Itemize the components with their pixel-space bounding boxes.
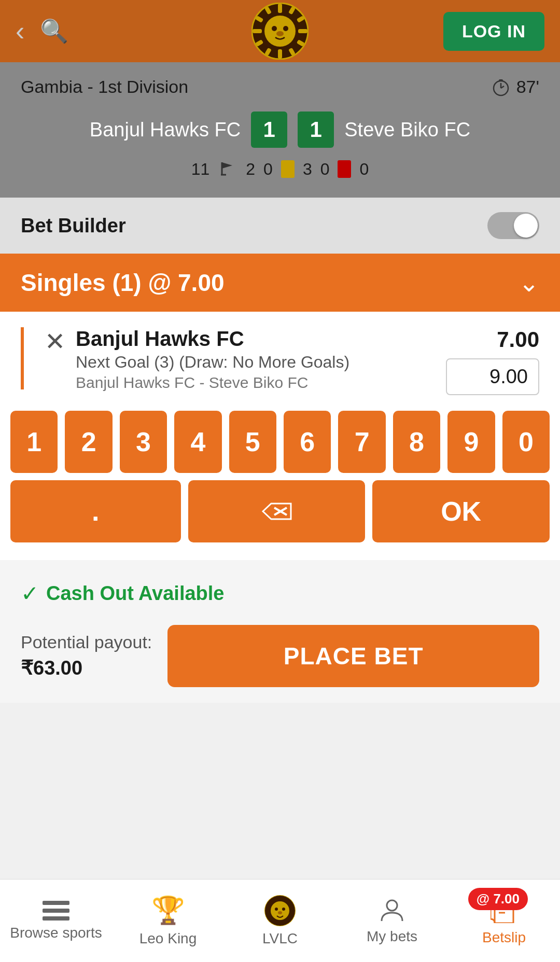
my-bets-icon <box>379 897 405 924</box>
browse-sports-icon-line2 <box>43 909 69 913</box>
bet-team: Banjul Hawks FC <box>76 327 436 351</box>
backspace-icon <box>261 501 292 522</box>
corner-flag-icon <box>218 159 237 179</box>
app-header: ‹ 🔍 <box>0 0 560 62</box>
key-0-button[interactable]: 0 <box>502 411 550 473</box>
svg-point-31 <box>278 911 282 914</box>
browse-sports-label: Browse sports <box>10 925 102 941</box>
cash-out-row: ✓ Cash Out Available <box>21 581 539 606</box>
leo-king-icon: 🏆 <box>151 895 185 926</box>
match-time-value: 87' <box>516 77 539 97</box>
bet-market: Next Goal (3) (Draw: No More Goals) <box>76 353 436 372</box>
timer-icon <box>492 78 510 96</box>
svg-point-30 <box>282 908 285 911</box>
bottom-section: ✓ Cash Out Available Potential payout: ₹… <box>0 560 560 703</box>
svg-rect-10 <box>253 29 262 33</box>
home-yellow-cards: 0 <box>263 160 273 179</box>
brand-logo <box>251 3 309 60</box>
bet-item-divider <box>21 327 24 389</box>
nav-lvlc[interactable]: LVLC <box>224 880 336 962</box>
payout-amount: ₹63.00 <box>21 657 82 679</box>
bet-builder-label: Bet Builder <box>21 215 126 237</box>
bet-odds-value: 7.00 <box>497 327 539 352</box>
match-time: 87' <box>492 77 539 97</box>
toggle-knob <box>514 214 538 238</box>
away-score: 1 <box>298 111 334 148</box>
key-5-button[interactable]: 5 <box>229 411 276 473</box>
stake-input[interactable] <box>446 358 539 395</box>
chevron-down-icon: ⌄ <box>519 268 539 297</box>
home-team-name: Banjul Hawks FC <box>90 119 241 141</box>
place-bet-button[interactable]: PLACE BET <box>167 625 539 687</box>
key-2-button[interactable]: 2 <box>65 411 112 473</box>
svg-rect-7 <box>278 49 282 59</box>
svg-point-14 <box>272 26 277 31</box>
browse-sports-icon-line3 <box>43 916 69 921</box>
cash-out-icon: ✓ <box>21 581 39 606</box>
home-corners: 11 <box>191 160 210 179</box>
my-bets-label: My bets <box>367 928 417 945</box>
svg-point-16 <box>276 31 284 36</box>
singles-header[interactable]: Singles (1) @ 7.00 ⌄ <box>0 254 560 312</box>
svg-point-29 <box>275 908 278 911</box>
lvlc-icon <box>264 895 296 926</box>
svg-point-15 <box>283 26 288 31</box>
payout-row: Potential payout: ₹63.00 PLACE BET <box>21 625 539 687</box>
score-row: Banjul Hawks FC 1 1 Steve Biko FC <box>21 111 539 148</box>
key-1-button[interactable]: 1 <box>10 411 58 473</box>
key-4-button[interactable]: 4 <box>174 411 221 473</box>
away-team-name: Steve Biko FC <box>344 119 470 141</box>
cash-out-label: Cash Out Available <box>46 582 225 605</box>
key-3-button[interactable]: 3 <box>120 411 167 473</box>
nav-leo-king[interactable]: 🏆 Leo King <box>112 880 224 962</box>
back-icon[interactable]: ‹ <box>16 16 24 47</box>
bet-details: Banjul Hawks FC Next Goal (3) (Draw: No … <box>76 327 436 392</box>
nav-browse-sports[interactable]: Browse sports <box>0 880 112 962</box>
key-ok-button[interactable]: OK <box>372 480 550 542</box>
yellow-card-icon <box>281 160 295 178</box>
nav-my-bets[interactable]: My bets <box>336 880 448 962</box>
key-dot-button[interactable]: . <box>10 480 181 542</box>
red-card-icon <box>338 160 351 178</box>
key-backspace-button[interactable] <box>188 480 366 542</box>
match-header: Gambia - 1st Division 87' <box>21 77 539 97</box>
payout-label: Potential payout: ₹63.00 <box>21 630 152 682</box>
bottom-nav: Browse sports 🏆 Leo King LVLC My bets <box>0 879 560 962</box>
league-name: Gambia - 1st Division <box>21 77 188 97</box>
key-8-button[interactable]: 8 <box>393 411 440 473</box>
bet-builder-toggle[interactable] <box>487 212 539 239</box>
browse-sports-icon-line1 <box>43 901 69 905</box>
home-fouls: 2 <box>246 160 255 179</box>
svg-rect-20 <box>499 79 503 81</box>
home-score: 1 <box>251 111 287 148</box>
search-icon[interactable]: 🔍 <box>40 18 68 45</box>
keypad-action-row: . OK <box>10 480 550 542</box>
betslip-label: Betslip <box>482 929 526 946</box>
remove-bet-button[interactable]: ✕ <box>45 329 65 354</box>
bottom-nav-spacer <box>0 703 560 786</box>
bet-odds-input: 7.00 <box>446 327 539 395</box>
keypad-number-row: 1 2 3 4 5 6 7 8 9 0 <box>10 411 550 473</box>
bet-slip-item: ✕ Banjul Hawks FC Next Goal (3) (Draw: N… <box>0 312 560 411</box>
svg-point-32 <box>387 900 397 911</box>
betslip-badge: @ 7.00 <box>468 888 528 910</box>
header-left-actions: ‹ 🔍 <box>16 16 68 47</box>
svg-marker-24 <box>263 504 291 519</box>
yellow-count: 3 <box>303 160 312 179</box>
keypad: 1 2 3 4 5 6 7 8 9 0 . OK <box>0 411 560 560</box>
key-6-button[interactable]: 6 <box>284 411 331 473</box>
match-section: Gambia - 1st Division 87' Banjul Hawks F… <box>0 62 560 198</box>
key-9-button[interactable]: 9 <box>447 411 495 473</box>
login-button[interactable]: LOG IN <box>443 12 544 51</box>
nav-betslip[interactable]: @ 7.00 Betslip <box>448 880 560 962</box>
bet-builder-row: Bet Builder <box>0 198 560 254</box>
red-count: 0 <box>359 160 369 179</box>
lvlc-label: LVLC <box>262 930 298 947</box>
key-7-button[interactable]: 7 <box>338 411 385 473</box>
leo-king-label: Leo King <box>139 930 197 947</box>
svg-marker-22 <box>222 162 232 169</box>
home-red-cards: 0 <box>320 160 330 179</box>
betslip-badge-container: @ 7.00 <box>491 896 517 925</box>
match-stats: 11 2 0 3 0 0 <box>21 159 539 179</box>
bet-item: ✕ Banjul Hawks FC Next Goal (3) (Draw: N… <box>21 327 539 395</box>
